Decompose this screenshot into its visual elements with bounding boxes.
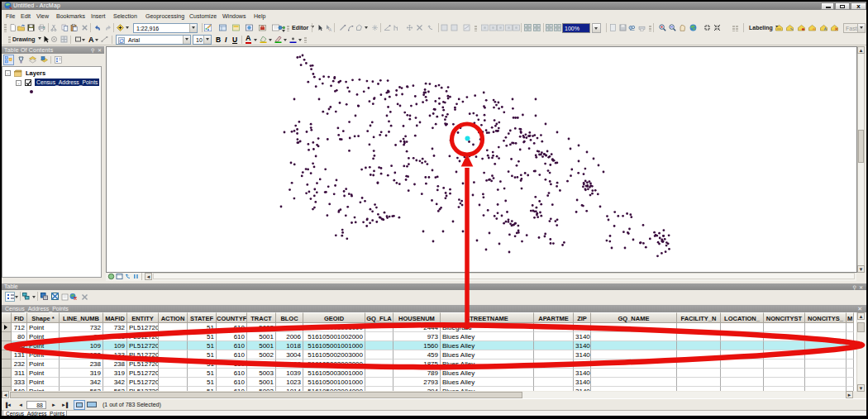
svg-text:A: A [329,28,331,32]
